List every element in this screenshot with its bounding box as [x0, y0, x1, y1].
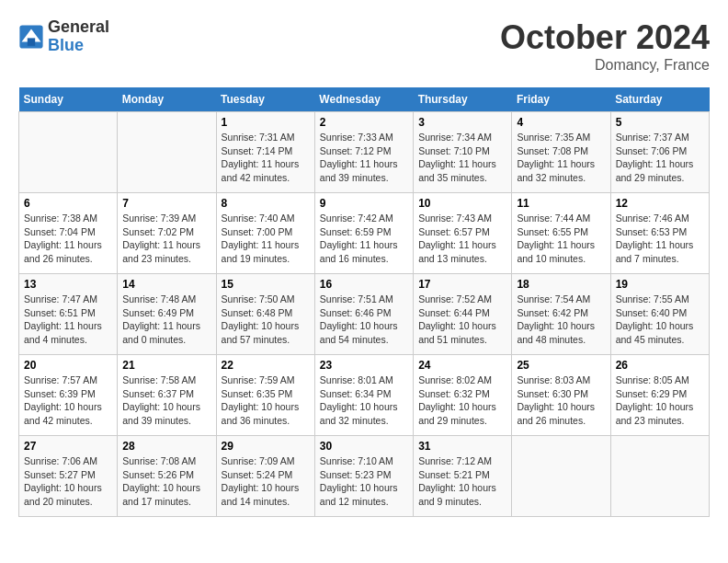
weekday-header: Tuesday [216, 87, 314, 112]
day-number: 29 [222, 440, 310, 453]
day-info: Sunrise: 7:39 AMSunset: 7:02 PMDaylight:… [122, 212, 210, 266]
weekday-header: Friday [512, 87, 610, 112]
calendar-cell: 19Sunrise: 7:55 AMSunset: 6:40 PMDayligh… [610, 274, 709, 355]
day-info: Sunrise: 7:44 AMSunset: 6:55 PMDaylight:… [517, 212, 605, 266]
day-info: Sunrise: 7:51 AMSunset: 6:46 PMDaylight:… [320, 293, 408, 347]
calendar-cell: 24Sunrise: 8:02 AMSunset: 6:32 PMDayligh… [414, 355, 512, 436]
calendar-cell: 5Sunrise: 7:37 AMSunset: 7:06 PMDaylight… [610, 112, 709, 193]
calendar-cell: 15Sunrise: 7:50 AMSunset: 6:48 PMDayligh… [216, 274, 314, 355]
weekday-header: Thursday [414, 87, 512, 112]
day-info: Sunrise: 7:31 AMSunset: 7:14 PMDaylight:… [222, 131, 310, 185]
day-info: Sunrise: 7:59 AMSunset: 6:35 PMDaylight:… [222, 373, 310, 428]
day-info: Sunrise: 8:01 AMSunset: 6:34 PMDaylight:… [320, 373, 408, 428]
calendar-cell: 13Sunrise: 7:47 AMSunset: 6:51 PMDayligh… [19, 274, 118, 355]
day-info: Sunrise: 7:47 AMSunset: 6:51 PMDaylight:… [24, 293, 112, 347]
day-number: 11 [517, 197, 605, 210]
day-info: Sunrise: 7:10 AMSunset: 5:23 PMDaylight:… [320, 454, 408, 509]
logo: General Blue [18, 18, 109, 55]
calendar-cell: 17Sunrise: 7:52 AMSunset: 6:44 PMDayligh… [414, 274, 512, 355]
day-info: Sunrise: 7:35 AMSunset: 7:08 PMDaylight:… [517, 131, 605, 185]
day-number: 24 [418, 359, 506, 372]
day-number: 27 [24, 440, 112, 453]
title-block: October 2024 Domancy, France [500, 18, 710, 74]
day-info: Sunrise: 7:37 AMSunset: 7:06 PMDaylight:… [616, 131, 704, 185]
day-number: 9 [320, 197, 408, 210]
day-number: 1 [222, 116, 310, 129]
calendar-cell: 8Sunrise: 7:40 AMSunset: 7:00 PMDaylight… [216, 193, 314, 274]
day-number: 6 [24, 197, 112, 210]
day-number: 26 [616, 359, 704, 372]
calendar-cell: 28Sunrise: 7:08 AMSunset: 5:26 PMDayligh… [118, 436, 216, 517]
weekday-header: Saturday [610, 87, 709, 112]
calendar-cell: 20Sunrise: 7:57 AMSunset: 6:39 PMDayligh… [19, 355, 118, 436]
day-info: Sunrise: 7:09 AMSunset: 5:24 PMDaylight:… [222, 454, 310, 509]
calendar-cell: 23Sunrise: 8:01 AMSunset: 6:34 PMDayligh… [314, 355, 413, 436]
calendar-cell: 9Sunrise: 7:42 AMSunset: 6:59 PMDaylight… [314, 193, 413, 274]
calendar-cell [610, 436, 709, 517]
calendar-cell: 6Sunrise: 7:38 AMSunset: 7:04 PMDaylight… [19, 193, 118, 274]
calendar-cell: 11Sunrise: 7:44 AMSunset: 6:55 PMDayligh… [512, 193, 610, 274]
calendar-cell: 10Sunrise: 7:43 AMSunset: 6:57 PMDayligh… [414, 193, 512, 274]
day-info: Sunrise: 8:05 AMSunset: 6:29 PMDaylight:… [616, 373, 704, 428]
day-number: 10 [418, 197, 506, 210]
day-number: 2 [320, 116, 408, 129]
calendar-cell: 30Sunrise: 7:10 AMSunset: 5:23 PMDayligh… [314, 436, 413, 517]
day-info: Sunrise: 7:57 AMSunset: 6:39 PMDaylight:… [24, 373, 112, 428]
calendar-cell: 2Sunrise: 7:33 AMSunset: 7:12 PMDaylight… [314, 112, 413, 193]
weekday-header: Wednesday [314, 87, 413, 112]
page-header: General Blue October 2024 Domancy, Franc… [18, 18, 710, 74]
calendar-table: SundayMondayTuesdayWednesdayThursdayFrid… [18, 87, 710, 517]
day-number: 25 [517, 359, 605, 372]
day-number: 22 [222, 359, 310, 372]
calendar-cell: 22Sunrise: 7:59 AMSunset: 6:35 PMDayligh… [216, 355, 314, 436]
calendar-cell [118, 112, 216, 193]
day-number: 20 [24, 359, 112, 372]
calendar-cell: 26Sunrise: 8:05 AMSunset: 6:29 PMDayligh… [610, 355, 709, 436]
calendar-cell [19, 112, 118, 193]
calendar-cell: 25Sunrise: 8:03 AMSunset: 6:30 PMDayligh… [512, 355, 610, 436]
day-number: 3 [418, 116, 506, 129]
day-number: 4 [517, 116, 605, 129]
calendar-week-row: 27Sunrise: 7:06 AMSunset: 5:27 PMDayligh… [19, 436, 710, 517]
day-info: Sunrise: 7:40 AMSunset: 7:00 PMDaylight:… [222, 212, 310, 266]
day-info: Sunrise: 7:46 AMSunset: 6:53 PMDaylight:… [616, 212, 704, 266]
day-number: 31 [418, 440, 506, 453]
calendar-week-row: 20Sunrise: 7:57 AMSunset: 6:39 PMDayligh… [19, 355, 710, 436]
day-info: Sunrise: 7:38 AMSunset: 7:04 PMDaylight:… [24, 212, 112, 266]
day-number: 21 [122, 359, 210, 372]
calendar-cell: 16Sunrise: 7:51 AMSunset: 6:46 PMDayligh… [314, 274, 413, 355]
day-number: 17 [418, 278, 506, 291]
day-info: Sunrise: 7:06 AMSunset: 5:27 PMDaylight:… [24, 454, 112, 509]
day-number: 18 [517, 278, 605, 291]
calendar-cell: 18Sunrise: 7:54 AMSunset: 6:42 PMDayligh… [512, 274, 610, 355]
day-info: Sunrise: 7:34 AMSunset: 7:10 PMDaylight:… [418, 131, 506, 185]
weekday-header-row: SundayMondayTuesdayWednesdayThursdayFrid… [19, 87, 710, 112]
day-info: Sunrise: 7:58 AMSunset: 6:37 PMDaylight:… [122, 373, 210, 428]
day-number: 8 [222, 197, 310, 210]
calendar-cell: 27Sunrise: 7:06 AMSunset: 5:27 PMDayligh… [19, 436, 118, 517]
day-number: 13 [24, 278, 112, 291]
day-info: Sunrise: 7:33 AMSunset: 7:12 PMDaylight:… [320, 131, 408, 185]
weekday-header: Monday [118, 87, 216, 112]
month-title: October 2024 [500, 18, 710, 57]
location-subtitle: Domancy, France [500, 57, 710, 74]
calendar-week-row: 6Sunrise: 7:38 AMSunset: 7:04 PMDaylight… [19, 193, 710, 274]
day-number: 5 [616, 116, 704, 129]
day-info: Sunrise: 7:50 AMSunset: 6:48 PMDaylight:… [222, 293, 310, 347]
day-info: Sunrise: 7:52 AMSunset: 6:44 PMDaylight:… [418, 293, 506, 347]
day-info: Sunrise: 7:08 AMSunset: 5:26 PMDaylight:… [122, 454, 210, 509]
logo-line2: Blue [48, 37, 109, 55]
weekday-header: Sunday [19, 87, 118, 112]
day-number: 30 [320, 440, 408, 453]
calendar-week-row: 1Sunrise: 7:31 AMSunset: 7:14 PMDaylight… [19, 112, 710, 193]
calendar-cell: 21Sunrise: 7:58 AMSunset: 6:37 PMDayligh… [118, 355, 216, 436]
day-number: 12 [616, 197, 704, 210]
calendar-cell: 1Sunrise: 7:31 AMSunset: 7:14 PMDaylight… [216, 112, 314, 193]
day-info: Sunrise: 7:48 AMSunset: 6:49 PMDaylight:… [122, 293, 210, 347]
calendar-cell: 7Sunrise: 7:39 AMSunset: 7:02 PMDaylight… [118, 193, 216, 274]
day-info: Sunrise: 7:54 AMSunset: 6:42 PMDaylight:… [517, 293, 605, 347]
day-number: 28 [122, 440, 210, 453]
calendar-cell: 4Sunrise: 7:35 AMSunset: 7:08 PMDaylight… [512, 112, 610, 193]
calendar-cell: 29Sunrise: 7:09 AMSunset: 5:24 PMDayligh… [216, 436, 314, 517]
day-info: Sunrise: 8:02 AMSunset: 6:32 PMDaylight:… [418, 373, 506, 428]
